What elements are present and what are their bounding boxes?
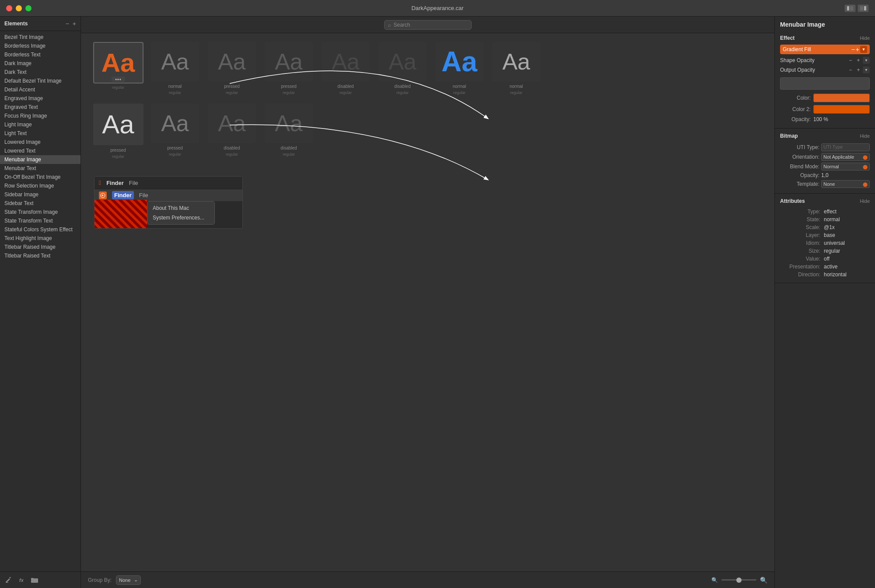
asset-cell-4[interactable]: Aa pressed regular — [260, 42, 317, 95]
sidebar-item-light-text[interactable]: Light Text — [0, 129, 80, 138]
sidebar-item-titlebar-raised-text[interactable]: Titlebar Raised Text — [0, 251, 80, 260]
color1-label: Color: — [780, 95, 811, 101]
template-select[interactable]: None ⬤ — [821, 180, 870, 188]
minimize-button[interactable] — [16, 5, 22, 11]
dropdown-item-2[interactable]: System Preferences... — [147, 213, 214, 223]
color2-row: Color 2: — [780, 104, 870, 115]
close-button[interactable] — [6, 5, 12, 11]
attr-value-value: off — [824, 256, 830, 262]
canvas-wrapper: Aa ●●● regular Aa normal regular — [81, 33, 774, 571]
sidebar-item-stateful-colors-system-effect[interactable]: Stateful Colors System Effect — [0, 225, 80, 234]
zoom-out-icon[interactable]: 🔍 — [711, 577, 718, 583]
sidebar-item-detail-accent[interactable]: Detail Accent — [0, 85, 80, 94]
asset-cell-5[interactable]: Aa disabled regular — [317, 42, 374, 95]
gradient-dropdown-button[interactable]: ▼ — [860, 46, 867, 53]
asset-preview-12: Aa — [265, 104, 313, 143]
sidebar-item-borderless-text[interactable]: Borderless Text — [0, 50, 80, 59]
asset-cell-2[interactable]: Aa normal regular — [147, 42, 203, 95]
sidebar-item-engraved-image[interactable]: Engraved Image — [0, 94, 80, 103]
search-input[interactable]: Search — [394, 22, 410, 28]
bitmap-section: Bitmap Hide UTI Type: UTI Type Orientati… — [775, 129, 875, 194]
shape-opacity-plus[interactable]: + — [855, 57, 862, 64]
uti-placeholder: UTI Type — [823, 144, 843, 150]
sidebar-item-state-transform-text[interactable]: State Transform Text — [0, 216, 80, 225]
sidebar-item-focus-ring-image[interactable]: Focus Ring Image — [0, 111, 80, 120]
sidebar-item-menubar-image[interactable]: Menubar Image — [0, 155, 80, 164]
asset-cell-8[interactable]: Aa normal regular — [488, 42, 545, 95]
blend-select[interactable]: Normal ⬤ — [821, 163, 870, 170]
shape-opacity-minus[interactable]: − — [847, 57, 854, 64]
sidebar-item-text-highlight-image[interactable]: Text Highlight Image — [0, 234, 80, 243]
aa-glyph-4: Aa — [275, 49, 303, 75]
gradient-plus-button[interactable]: + — [856, 46, 859, 53]
sidebar-item-dark-text[interactable]: Dark Text — [0, 68, 80, 77]
sidebar-item-engraved-text[interactable]: Engraved Text — [0, 103, 80, 111]
asset-cell-7[interactable]: Aa normal regular — [431, 42, 488, 95]
output-opacity-row[interactable]: Output Opacity − + ▼ — [780, 65, 870, 75]
sidebar-item-lowered-image[interactable]: Lowered Image — [0, 138, 80, 146]
content-area: ⌕ Search Aa ●●● regular — [81, 17, 774, 588]
output-opacity-dropdown[interactable]: ▼ — [863, 66, 870, 73]
group-by-select[interactable]: None ⌄ — [116, 575, 141, 585]
dropdown-item-1[interactable]: About This Mac — [147, 203, 214, 213]
sidebar-item-lowered-text[interactable]: Lowered Text — [0, 146, 80, 155]
sidebar-item-sidebar-image[interactable]: Sidebar Image — [0, 190, 80, 199]
asset-cell-3[interactable]: Aa pressed regular — [203, 42, 260, 95]
asset-cell-6[interactable]: Aa disabled regular — [374, 42, 431, 95]
zoom-in-icon[interactable]: 🔍 — [760, 577, 767, 584]
orientation-select[interactable]: Not Applicable ⬤ — [821, 153, 870, 161]
output-opacity-minus[interactable]: − — [847, 66, 854, 73]
edit-icon[interactable] — [4, 575, 13, 585]
search-input-wrap[interactable]: ⌕ Search — [384, 20, 472, 30]
svg-rect-0 — [847, 6, 849, 10]
cell-sublabel-10: regular — [169, 152, 181, 157]
sidebar-item-on-off-bezel-tint-image[interactable]: On-Off Bezel Tint Image — [0, 173, 80, 181]
bitmap-hide-button[interactable]: Hide — [860, 133, 870, 139]
folder-icon[interactable] — [30, 575, 39, 585]
sidebar-minus-button[interactable]: − — [66, 20, 69, 27]
sidebar-item-default-bezel-tint-image[interactable]: Default Bezel Tint Image — [0, 77, 80, 85]
output-opacity-plus[interactable]: + — [855, 66, 862, 73]
attr-state-value: normal — [824, 216, 840, 223]
panel-toggle-right[interactable] — [858, 4, 869, 12]
effect-hide-button[interactable]: Hide — [860, 35, 870, 41]
sidebar-item-row-selection-image[interactable]: Row Selection Image — [0, 181, 80, 190]
asset-cell-12[interactable]: Aa disabled regular — [260, 104, 317, 159]
asset-cell-10[interactable]: Aa pressed regular — [147, 104, 203, 159]
sidebar-item-state-transform-image[interactable]: State Transform Image — [0, 208, 80, 216]
uti-row: UTI Type: UTI Type — [780, 143, 870, 152]
cell-state-11: disabled — [224, 146, 240, 150]
bottom-right-controls: 🔍 🔍 — [711, 577, 767, 584]
attributes-hide-button[interactable]: Hide — [860, 198, 870, 204]
asset-cell-1[interactable]: Aa ●●● regular — [90, 42, 147, 95]
file-label-2: File — [139, 192, 148, 198]
zoom-slider[interactable] — [721, 579, 756, 581]
sidebar-item-menubar-text[interactable]: Menubar Text — [0, 164, 80, 173]
sidebar-item-bezel-tint-image[interactable]: Bezel Tint Image — [0, 33, 80, 42]
attr-scale-row: Scale: @1x — [780, 223, 870, 231]
cell-sublabel-7: regular — [453, 90, 466, 95]
sidebar-item-titlebar-raised-image[interactable]: Titlebar Raised Image — [0, 243, 80, 251]
sidebar-item-borderless-image[interactable]: Borderless Image — [0, 42, 80, 50]
maximize-button[interactable] — [25, 5, 32, 11]
sidebar-item-light-image[interactable]: Light Image — [0, 120, 80, 129]
state-badge-1: ●●● — [112, 77, 125, 82]
attr-value-label: Value: — [780, 256, 824, 262]
gradient-fill-row[interactable]: Gradient Fill − + ▼ — [780, 45, 870, 54]
asset-cell-11[interactable]: Aa disabled regular — [203, 104, 260, 159]
fx-icon[interactable]: fx — [17, 575, 26, 585]
asset-cell-9[interactable]: Aa pressed regular — [90, 104, 147, 159]
panel-toggle-left[interactable] — [844, 4, 856, 12]
attr-value-row: Value: off — [780, 255, 870, 263]
sidebar-item-sidebar-text[interactable]: Sidebar Text — [0, 199, 80, 208]
uti-input[interactable]: UTI Type — [821, 143, 870, 151]
cell-state-10: pressed — [167, 146, 183, 150]
shape-opacity-dropdown[interactable]: ▼ — [863, 57, 870, 64]
sidebar-item-dark-image[interactable]: Dark Image — [0, 59, 80, 68]
gradient-minus-button[interactable]: − — [851, 46, 855, 53]
asset-preview-10: Aa — [151, 104, 199, 143]
color2-swatch[interactable] — [813, 105, 870, 114]
color1-swatch[interactable] — [813, 94, 870, 102]
shape-opacity-row[interactable]: Shape Opacity − + ▼ — [780, 56, 870, 65]
sidebar-plus-button[interactable]: + — [73, 20, 76, 27]
